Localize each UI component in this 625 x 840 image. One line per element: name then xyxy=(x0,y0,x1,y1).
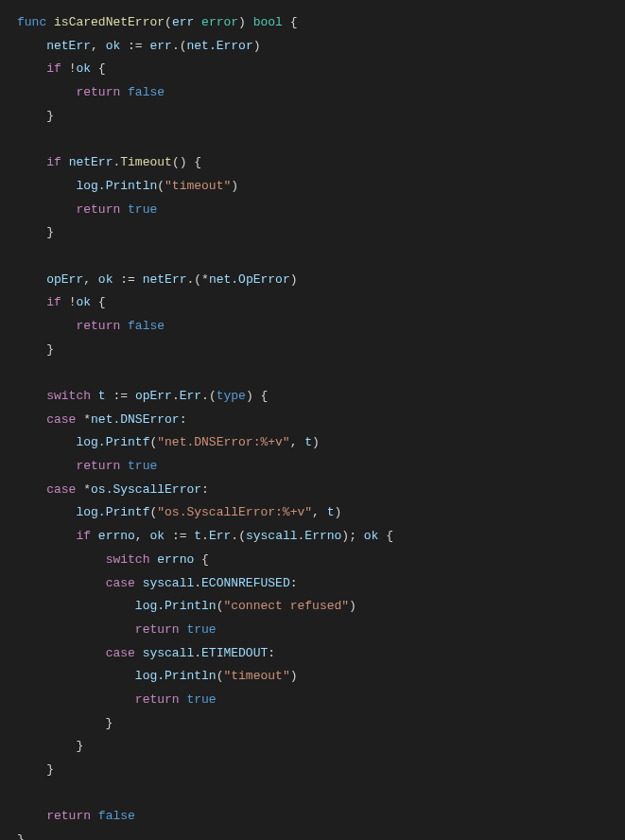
var-opErr: opErr xyxy=(135,389,172,403)
field-Err: Err xyxy=(180,389,201,403)
var-t: t xyxy=(98,389,106,403)
keyword-if: if xyxy=(46,155,61,169)
method-Timeout: Timeout xyxy=(120,155,172,169)
bool-true: true xyxy=(128,202,157,217)
keyword-type: type xyxy=(217,389,246,403)
field-Err: Err xyxy=(209,529,231,543)
keyword-func: func xyxy=(17,15,46,29)
string-syscallError: "os.SyscallError:%+v" xyxy=(157,505,312,519)
function-name: isCaredNetError xyxy=(54,15,165,29)
keyword-return: return xyxy=(76,319,120,333)
var-ok: ok xyxy=(149,529,165,543)
bool-false: false xyxy=(98,809,135,823)
keyword-return: return xyxy=(76,459,120,473)
var-netErr: netErr xyxy=(143,272,187,287)
keyword-if: if xyxy=(46,61,61,76)
var-ok: ok xyxy=(76,295,91,309)
bool-false: false xyxy=(128,319,165,333)
call-logPrintf: log.Printf xyxy=(76,435,149,449)
type-netOpError: net.OpError xyxy=(209,272,290,287)
keyword-switch: switch xyxy=(46,389,91,403)
var-err: err xyxy=(149,39,171,53)
keyword-return: return xyxy=(135,692,180,707)
type-osSyscallError: os.SyscallError xyxy=(91,482,201,497)
keyword-switch: switch xyxy=(106,552,150,567)
var-ok: ok xyxy=(364,529,379,543)
keyword-return: return xyxy=(76,85,120,99)
string-dnsError: "net.DNSError:%+v" xyxy=(157,435,289,449)
var-t: t xyxy=(194,529,201,543)
return-type: bool xyxy=(253,15,283,29)
var-netErr: netErr xyxy=(69,155,113,169)
var-opErr: opErr xyxy=(46,272,83,287)
keyword-return: return xyxy=(46,809,91,823)
var-t: t xyxy=(304,435,312,449)
bool-true: true xyxy=(128,459,157,473)
string-connectRefused: "connect refused" xyxy=(223,599,349,613)
var-netErr: netErr xyxy=(46,39,91,53)
keyword-if: if xyxy=(46,295,61,309)
const-ETIMEDOUT: syscall.ETIMEDOUT xyxy=(143,646,269,660)
bool-false: false xyxy=(128,85,165,99)
string-timeout: "timeout" xyxy=(165,179,231,193)
keyword-if: if xyxy=(76,529,91,543)
code-block: func isCaredNetError(err error) bool { n… xyxy=(17,11,608,840)
var-ok: ok xyxy=(98,272,113,287)
keyword-case: case xyxy=(46,412,76,427)
var-errno: errno xyxy=(98,529,135,543)
call-logPrintln: log.Println xyxy=(135,599,217,613)
call-logPrintln: log.Println xyxy=(76,179,157,193)
keyword-case: case xyxy=(46,482,76,497)
keyword-case: case xyxy=(106,576,135,590)
type-syscallErrno: syscall.Errno xyxy=(246,529,341,543)
keyword-return: return xyxy=(76,202,120,217)
bool-true: true xyxy=(186,622,216,637)
param-name: err xyxy=(172,15,194,29)
keyword-return: return xyxy=(135,622,180,637)
type-netError: net.Error xyxy=(186,39,252,53)
var-t: t xyxy=(327,505,335,519)
var-ok: ok xyxy=(106,39,121,53)
const-ECONNREFUSED: syscall.ECONNREFUSED xyxy=(143,576,290,590)
type-netDNSError: net.DNSError xyxy=(91,412,180,427)
var-ok: ok xyxy=(76,61,91,76)
bool-true: true xyxy=(186,692,216,707)
string-timeout2: "timeout" xyxy=(223,669,289,683)
var-errno: errno xyxy=(157,552,194,567)
call-logPrintf: log.Printf xyxy=(76,505,149,519)
keyword-case: case xyxy=(106,646,135,660)
call-logPrintln: log.Println xyxy=(135,669,217,683)
param-type: error xyxy=(201,15,238,29)
